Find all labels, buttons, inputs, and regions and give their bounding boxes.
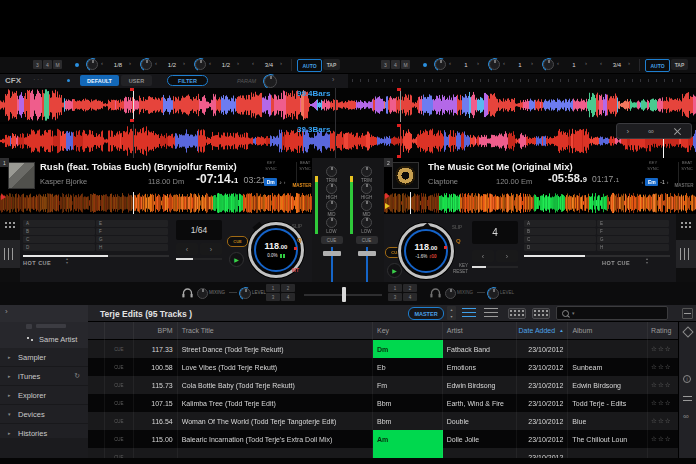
fx-knob-2-left[interactable] <box>141 59 152 70</box>
header-row-number[interactable] <box>88 322 105 340</box>
fx-slot1-next-left[interactable]: › <box>129 60 131 66</box>
fx-beat-3-right[interactable]: 3 <box>381 60 390 69</box>
headphones-icon[interactable] <box>430 288 441 298</box>
tree-arrow-icon[interactable]: ▾ <box>8 411 18 417</box>
hot-cue-pad-deck2-f[interactable]: F <box>597 228 669 235</box>
eq-bars-icon[interactable] <box>680 248 692 260</box>
hot-cue-pad-deck2-e[interactable]: E <box>597 220 669 227</box>
sidebar-item-devices[interactable]: ▾Devices <box>0 405 88 424</box>
track-row[interactable]: CUE116.54Woman Of The World (Todd Terje … <box>88 412 678 430</box>
fx-slot3-value-right[interactable]: 1 <box>565 60 583 70</box>
key-prev-arrow[interactable]: ‹ <box>261 179 263 185</box>
cue-cell[interactable]: CUE <box>105 358 134 376</box>
header-album[interactable]: Album <box>568 322 648 340</box>
fx-slot1-prev-right[interactable]: ‹ <box>449 60 451 66</box>
tree-arrow-icon[interactable]: ▸ <box>8 354 18 360</box>
fx-slot3-next-right[interactable]: › <box>585 60 587 66</box>
pad-bank-button-1[interactable]: 1 <box>388 284 402 292</box>
search-filter-caret-icon[interactable]: ▾ <box>572 310 575 316</box>
link-export-icon[interactable]: ∞ <box>683 412 689 421</box>
deck1-slip-label[interactable]: SLIP <box>292 224 302 229</box>
deck2-key-reset-label[interactable]: KEY RESET <box>440 263 468 275</box>
channel-fader-ch2[interactable] <box>357 247 377 285</box>
hot-cue-pad-deck1-c[interactable]: C <box>23 236 95 243</box>
hot-cue-pad-deck1-e[interactable]: E <box>96 220 168 227</box>
fx-slot2-prev-right[interactable]: ‹ <box>503 60 505 66</box>
deck2-key-badge-row[interactable]: ‹ Em -1 › <box>634 178 676 186</box>
mixer-mid-knob-ch1[interactable] <box>326 200 337 211</box>
cue-cell[interactable]: CUE <box>105 394 134 412</box>
fx-knob-3-right[interactable] <box>543 59 554 70</box>
hot-cue-pad-deck1-g[interactable]: G <box>96 236 168 243</box>
midi-import-icon[interactable] <box>532 308 550 319</box>
mixer-cue-button-ch2[interactable]: CUE <box>356 236 378 244</box>
hot-cue-pad-deck1-f[interactable]: F <box>96 228 168 235</box>
tag-icon[interactable] <box>682 326 693 337</box>
sidebar-item-same-artist[interactable]: Same Artist <box>0 330 88 348</box>
info-icon[interactable]: i <box>683 375 691 383</box>
pad-bank-button-3[interactable]: 3 <box>266 293 280 301</box>
track-row[interactable]: CUE117.33Street Dance (Todd Terje Rekutt… <box>88 340 678 358</box>
hot-cue-page-arrows[interactable]: ▴ ▾ <box>646 257 648 265</box>
cfx-default-button[interactable]: DEFAULT <box>80 75 119 86</box>
rating-cell[interactable]: ☆☆☆ <box>648 358 678 376</box>
header-cue[interactable] <box>105 322 134 340</box>
list-view-icon[interactable] <box>462 308 476 318</box>
fx-knob-1-left[interactable] <box>87 59 98 70</box>
header-rating[interactable]: Rating <box>648 322 678 340</box>
waveform-display-deck2[interactable] <box>0 124 696 158</box>
pad-bank-button-4[interactable]: 4 <box>403 293 417 301</box>
deck2-beat-jump-back[interactable]: ‹ <box>472 250 494 262</box>
overview-waveform-deck2[interactable] <box>384 192 696 214</box>
cue-cell[interactable]: CUE <box>105 376 134 394</box>
deck1-beat-jump-fwd[interactable]: › <box>200 243 222 255</box>
cfx-mode-dots[interactable]: ··· <box>33 75 44 84</box>
fx-slot1-prev-left[interactable]: ‹ <box>101 60 103 66</box>
rating-cell[interactable]: ☆☆☆ <box>648 394 678 412</box>
fx-slot3-value-left[interactable]: 1/2 <box>217 60 235 70</box>
fx-knob-2-right[interactable] <box>489 59 500 70</box>
deck2-key-sync-label[interactable]: KEY SYNC <box>640 160 666 172</box>
fx-slot1-value-right[interactable]: 1 <box>457 60 475 70</box>
mixer-trim-knob-ch1[interactable] <box>326 166 337 177</box>
deck1-key-badge-row[interactable]: ‹ Dm ♪ › <box>252 178 294 186</box>
mixer-mid-knob-ch2[interactable] <box>361 200 372 211</box>
tree-arrow-icon[interactable]: ▸ <box>8 373 18 379</box>
fx-beat-3-left[interactable]: 3 <box>33 60 42 69</box>
cfx-user-button[interactable]: USER <box>121 75 152 86</box>
tree-arrow-icon[interactable]: ▸ <box>8 392 18 398</box>
deck1-beat-jump-back[interactable]: ‹ <box>176 243 198 255</box>
fx-slot1-value-left[interactable]: 1/8 <box>109 60 127 70</box>
cfx-expand-arrow[interactable]: › <box>332 76 334 83</box>
channel-fader-ch1[interactable] <box>322 247 342 285</box>
hot-cue-pad-deck2-h[interactable]: H <box>597 244 669 251</box>
rating-cell[interactable] <box>648 448 678 458</box>
fx-beat-select-next-right[interactable]: › <box>628 60 630 66</box>
pad-bank-button-1[interactable]: 1 <box>266 284 280 292</box>
fx-beat-m-left[interactable]: M <box>53 60 62 69</box>
deck1-quantize-label[interactable]: Q <box>297 237 302 243</box>
fx-slot2-value-right[interactable]: 1 <box>511 60 529 70</box>
key-next-arrow[interactable]: › <box>284 179 286 185</box>
headphones-mixing-knob[interactable] <box>197 288 208 299</box>
hot-cue-pad-deck2-c[interactable]: C <box>524 236 596 243</box>
playlist-palette-icon[interactable] <box>683 396 692 404</box>
fx-slot2-next-left[interactable]: › <box>183 60 185 66</box>
fx-knob-1-right[interactable] <box>435 59 446 70</box>
browser-master-button[interactable]: MASTER <box>408 307 444 320</box>
tree-arrow-icon[interactable]: ▸ <box>8 430 18 436</box>
deck2-master-indicator[interactable]: MASTER <box>673 181 695 189</box>
deck2-play-button[interactable]: ▶ <box>387 263 402 278</box>
cue-cell[interactable]: CUE <box>105 430 134 448</box>
header-artist[interactable]: Artist <box>443 322 517 340</box>
hot-cue-page-arrows[interactable]: ▴ ▾ <box>66 257 68 265</box>
pad-bank-button-4[interactable]: 4 <box>281 293 295 301</box>
mixer-high-knob-ch2[interactable] <box>361 183 372 194</box>
page-down-icon[interactable]: ▾ <box>66 261 68 265</box>
fx-beat-select-right[interactable]: 3/4 <box>608 60 626 70</box>
mixer-low-knob-ch1[interactable] <box>326 217 337 228</box>
deck2-slip-label[interactable]: SLIP <box>452 225 462 230</box>
grid-link-icon[interactable]: ∞ <box>648 127 654 136</box>
header-key[interactable]: Key <box>373 322 443 340</box>
hot-cue-pad-deck1-a[interactable]: A <box>23 220 95 227</box>
